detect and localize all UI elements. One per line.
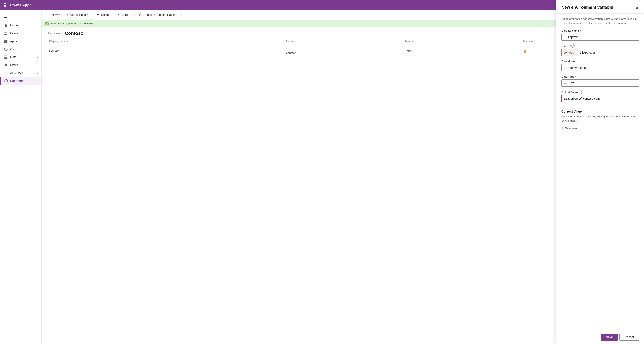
breadcrumb-parent[interactable]: Solutions: [47, 32, 60, 35]
success-message: Removed components successfully.: [51, 22, 94, 25]
table-row[interactable]: Contact ··· contact Entity: [47, 45, 639, 57]
svg-rect-11: [4, 32, 7, 32]
text-type-icon: ≡≡: [564, 82, 567, 85]
svg-rect-18: [6, 42, 7, 43]
name-required: *: [570, 44, 571, 48]
svg-rect-16: [6, 40, 7, 41]
save-button[interactable]: Save: [601, 334, 618, 341]
sidebar-item-data[interactable]: Data ▾: [0, 53, 42, 61]
svg-rect-4: [5, 5, 6, 6]
cell-type: Entity: [402, 45, 520, 57]
add-chevron-icon: ▾: [87, 14, 88, 16]
sidebar-item-create[interactable]: Create: [0, 45, 42, 53]
svg-rect-22: [4, 56, 7, 56]
export-label: Export: [122, 13, 130, 16]
svg-rect-6: [4, 6, 5, 7]
new-value-label: New value: [565, 126, 578, 130]
panel-close-button[interactable]: ×: [635, 10, 639, 11]
default-value-label: Default Value i: [562, 90, 639, 94]
delete-button[interactable]: 🗑 Delete: [94, 12, 112, 18]
new-button[interactable]: ＋ New ▾: [45, 12, 62, 18]
svg-rect-8: [4, 15, 7, 16]
svg-rect-13: [4, 34, 6, 34]
sort-icon: ▾: [67, 40, 68, 43]
sidebar-item-flows[interactable]: Flows: [0, 61, 42, 69]
description-input[interactable]: [562, 64, 639, 71]
display-name-group: Display name *: [562, 29, 639, 41]
toolbar-separator-1: [92, 12, 93, 17]
name-prefix: contoso_: [562, 49, 578, 56]
sidebar-item-apps[interactable]: Apps: [0, 37, 42, 45]
toolbar-separator-2: [114, 12, 114, 17]
sidebar-item-ai-builder[interactable]: AI Builder ▾: [0, 69, 42, 77]
description-group: Description: [562, 60, 639, 71]
cancel-button[interactable]: Cancel: [620, 334, 639, 341]
data-type-label: Data Type *: [562, 75, 639, 78]
ai-chevron-icon: ▾: [37, 72, 38, 74]
export-button[interactable]: ↦ Export: [116, 12, 133, 18]
sidebar-item-home[interactable]: Home: [0, 22, 42, 30]
svg-rect-23: [4, 57, 7, 58]
sidebar-label-flows: Flows: [10, 64, 18, 67]
svg-rect-24: [4, 58, 7, 59]
topbar: Power Apps 🌐 Environment Contoso: [0, 0, 644, 10]
sidebar: Home Learn Apps Create Data ▾ Fl: [0, 10, 42, 344]
default-value-input[interactable]: [562, 95, 639, 102]
success-icon: ✅: [45, 22, 49, 26]
add-existing-label: Add existing: [70, 13, 86, 16]
sidebar-label-solutions: Solutions: [10, 79, 24, 82]
cell-display-name: Contact: [47, 45, 284, 57]
col-header-display-name[interactable]: Display name ▾: [47, 38, 284, 45]
svg-rect-2: [7, 3, 7, 4]
grid-icon[interactable]: [3, 3, 8, 7]
name-field-row: contoso_: [562, 49, 639, 56]
sidebar-label-data: Data: [10, 56, 16, 59]
panel-description: Enter information about this variable th…: [562, 17, 639, 25]
default-value-group: Default Value i: [562, 90, 639, 102]
display-name-input[interactable]: [562, 34, 639, 41]
content-area: ＋ New ▾ ＋ Add existing ▾ 🗑 Delete ↦ E: [42, 10, 644, 344]
data-type-select-wrapper: ≡≡ Text Number Boolean JSON Data source …: [562, 80, 639, 86]
add-existing-button[interactable]: ＋ Add existing ▾: [63, 12, 91, 18]
add-icon: ＋: [66, 13, 69, 17]
svg-rect-1: [5, 3, 6, 4]
delete-label: Delete: [101, 13, 110, 16]
publish-button[interactable]: 📋 Publish all customizations: [136, 12, 180, 18]
svg-rect-5: [7, 5, 7, 6]
col-header-type[interactable]: Type ▾: [402, 38, 520, 45]
sidebar-item-solutions[interactable]: Solutions: [0, 77, 42, 85]
svg-rect-9: [4, 16, 7, 16]
svg-rect-21: [5, 49, 7, 50]
svg-rect-3: [4, 5, 5, 6]
name-group: Name * i contoso_: [562, 44, 639, 56]
toolbar: ＋ New ▾ ＋ Add existing ▾ 🗑 Delete ↦ E: [42, 10, 644, 20]
display-name-label: Display name *: [562, 29, 639, 32]
sidebar-item-learn[interactable]: Learn: [0, 30, 42, 37]
svg-rect-10: [4, 17, 7, 18]
more-button[interactable]: ···: [183, 12, 190, 18]
panel-divider: [562, 106, 639, 106]
new-value-button[interactable]: + New value: [562, 125, 578, 131]
success-banner: ✅ Removed components successfully.: [42, 20, 644, 27]
breadcrumb-separator: ›: [62, 32, 63, 35]
export-icon: ↦: [118, 13, 121, 16]
name-suffix-input[interactable]: [578, 49, 639, 56]
toolbar-separator-3: [134, 12, 135, 17]
default-value-info-icon[interactable]: i: [580, 90, 583, 94]
data-type-select[interactable]: Text Number Boolean JSON Data source Sec…: [562, 80, 639, 86]
svg-rect-7: [5, 6, 6, 7]
svg-rect-0: [4, 3, 5, 4]
sidebar-hamburger[interactable]: [0, 12, 42, 22]
breadcrumb: Solutions › Contoso: [42, 27, 644, 38]
publish-icon: 📋: [139, 13, 142, 16]
lock-icon: 🔒: [523, 50, 527, 53]
learn-more-link[interactable]: Learn more: [613, 22, 627, 24]
svg-rect-15: [4, 40, 6, 41]
type-sort-icon: ▾: [412, 40, 413, 43]
toolbar-separator-4: [181, 12, 182, 17]
cell-name: ··· contact: [284, 45, 402, 57]
data-type-group: Data Type * ≡≡ Text Number Boolean JSON …: [562, 75, 639, 86]
name-info-icon[interactable]: i: [572, 44, 575, 48]
sidebar-label-learn: Learn: [10, 32, 18, 35]
data-chevron-icon: ▾: [37, 56, 38, 58]
